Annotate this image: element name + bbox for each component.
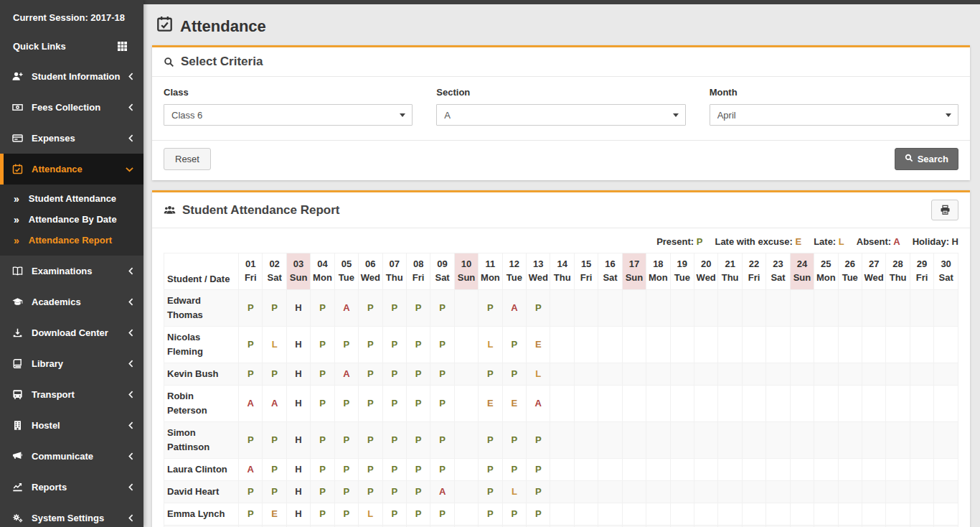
attendance-mark: A bbox=[239, 386, 263, 422]
sidebar-item-communicate[interactable]: Communicate bbox=[0, 441, 143, 472]
sidebar-item-transport[interactable]: Transport bbox=[0, 379, 143, 410]
month-label: Month bbox=[710, 87, 958, 98]
chevron-left-icon bbox=[128, 267, 133, 275]
sidebar-item-reports[interactable]: Reports bbox=[0, 472, 143, 503]
attendance-mark bbox=[598, 290, 622, 327]
attendance-mark bbox=[910, 503, 933, 526]
sidebar-item-hostel[interactable]: Hostel bbox=[0, 410, 143, 441]
section-field: SectionA bbox=[436, 87, 685, 126]
attendance-mark bbox=[622, 290, 646, 327]
day-header-24: 24Sun bbox=[790, 253, 814, 290]
attendance-mark bbox=[766, 327, 790, 363]
attendance-mark bbox=[790, 290, 814, 327]
attendance-mark: P bbox=[263, 422, 286, 459]
attendance-mark bbox=[622, 481, 646, 503]
attendance-mark bbox=[886, 503, 910, 526]
attendance-mark bbox=[454, 503, 478, 526]
print-button[interactable] bbox=[931, 200, 958, 220]
attendance-mark bbox=[454, 459, 478, 481]
day-header-01: 01Fri bbox=[239, 253, 263, 290]
attendance-mark bbox=[574, 327, 598, 363]
sidebar-item-download-center[interactable]: Download Center bbox=[0, 317, 143, 348]
attendance-mark: P bbox=[239, 363, 263, 386]
attendance-mark bbox=[550, 459, 574, 481]
attendance-mark: P bbox=[263, 481, 286, 503]
attendance-mark: P bbox=[311, 503, 334, 526]
legend-code: H bbox=[952, 236, 958, 247]
attendance-mark bbox=[862, 290, 885, 327]
sidebar-item-fees-collection[interactable]: Fees Collection bbox=[0, 92, 143, 123]
sidebar-item-system-settings[interactable]: System Settings bbox=[0, 503, 143, 527]
day-header-20: 20Wed bbox=[694, 253, 718, 290]
sidebar-item-label: System Settings bbox=[32, 513, 128, 523]
day-header-03: 03Sun bbox=[286, 253, 310, 290]
attendance-mark bbox=[550, 386, 574, 422]
attendance-mark: P bbox=[479, 422, 502, 459]
attendance-mark: P bbox=[311, 363, 334, 386]
sidebar-item-label: Expenses bbox=[32, 133, 128, 144]
attendance-mark bbox=[862, 481, 885, 503]
attendance-mark bbox=[454, 363, 478, 386]
attendance-mark: P bbox=[502, 503, 526, 526]
sidebar-item-student-information[interactable]: Student Information bbox=[0, 61, 143, 92]
attendance-mark bbox=[886, 459, 910, 481]
attendance-mark bbox=[814, 290, 838, 327]
attendance-mark: P bbox=[334, 459, 358, 481]
attendance-mark: A bbox=[334, 363, 358, 386]
reset-button[interactable]: Reset bbox=[164, 148, 211, 170]
attendance-mark: P bbox=[311, 459, 334, 481]
chevron-down-icon bbox=[126, 167, 133, 172]
attendance-mark bbox=[766, 459, 790, 481]
sidebar-item-expenses[interactable]: Expenses bbox=[0, 123, 143, 154]
sidebar-item-attendance-by-date[interactable]: »Attendance By Date bbox=[0, 209, 143, 230]
double-chevron-icon: » bbox=[14, 235, 19, 246]
attendance-mark bbox=[934, 290, 958, 327]
attendance-mark bbox=[742, 481, 765, 503]
attendance-mark bbox=[814, 386, 838, 422]
attendance-mark: P bbox=[430, 422, 454, 459]
sidebar-item-quick-links[interactable]: Quick Links bbox=[0, 32, 143, 61]
search-button[interactable]: Search bbox=[895, 148, 958, 170]
attendance-mark: P bbox=[334, 481, 358, 503]
attendance-mark: P bbox=[406, 386, 430, 422]
section-select[interactable]: A bbox=[436, 104, 685, 126]
attendance-mark: H bbox=[286, 503, 310, 526]
attendance-mark bbox=[934, 459, 958, 481]
attendance-mark: P bbox=[382, 481, 406, 503]
attendance-mark: P bbox=[406, 481, 430, 503]
sidebar-item-library[interactable]: Library bbox=[0, 348, 143, 379]
day-header-02: 02Sat bbox=[263, 253, 286, 290]
table-row: Kevin BushPPHPAPPPPPPL bbox=[164, 363, 958, 386]
attendance-mark: P bbox=[239, 503, 263, 526]
sidebar-item-examinations[interactable]: Examinations bbox=[0, 256, 143, 286]
attendance-mark bbox=[838, 327, 862, 363]
attendance-mark bbox=[550, 422, 574, 459]
sidebar-item-label: Attendance bbox=[32, 164, 126, 174]
sidebar-item-attendance-report[interactable]: »Attendance Report bbox=[0, 230, 143, 251]
sidebar-item-label: Examinations bbox=[32, 266, 128, 276]
attendance-mark: A bbox=[239, 459, 263, 481]
attendance-mark bbox=[550, 290, 574, 327]
attendance-mark: P bbox=[382, 459, 406, 481]
attendance-mark bbox=[598, 363, 622, 386]
month-select-wrap: April bbox=[710, 104, 958, 126]
sidebar-item-attendance[interactable]: Attendance bbox=[0, 154, 143, 185]
attendance-mark bbox=[598, 503, 622, 526]
calendar-check-icon bbox=[156, 16, 173, 37]
legend-item-late-with-excuse: Late with excuse: E bbox=[715, 236, 801, 247]
attendance-mark: P bbox=[406, 422, 430, 459]
attendance-mark bbox=[550, 481, 574, 503]
attendance-mark bbox=[862, 363, 885, 386]
sidebar-item-academics[interactable]: Academics bbox=[0, 286, 143, 317]
attendance-mark: P bbox=[359, 459, 382, 481]
class-select[interactable]: Class 6 bbox=[164, 104, 413, 126]
attendance-mark bbox=[574, 481, 598, 503]
day-header-19: 19Tue bbox=[670, 253, 694, 290]
sidebar-item-student-attendance[interactable]: »Student Attendance bbox=[0, 188, 143, 209]
attendance-mark: P bbox=[311, 290, 334, 327]
attendance-mark bbox=[910, 327, 933, 363]
month-select[interactable]: April bbox=[710, 104, 958, 126]
attendance-mark bbox=[622, 386, 646, 422]
day-header-26: 26Tue bbox=[838, 253, 862, 290]
attendance-mark: P bbox=[263, 290, 286, 327]
